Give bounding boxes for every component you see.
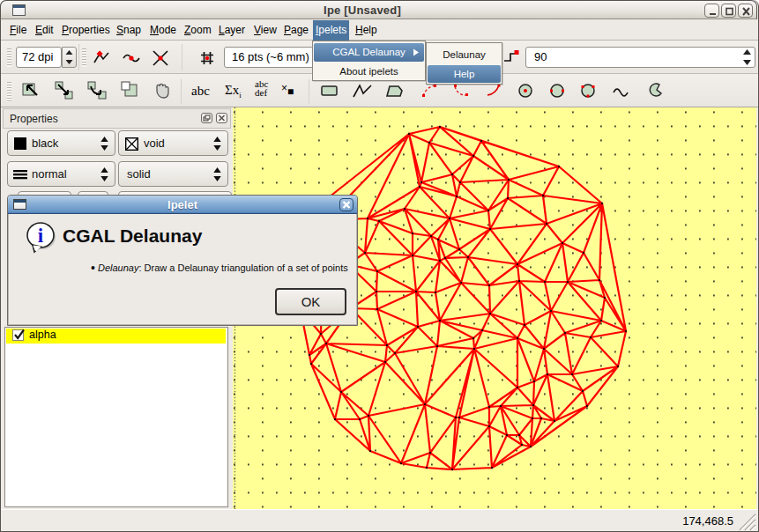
svg-text:i: i — [38, 225, 44, 247]
